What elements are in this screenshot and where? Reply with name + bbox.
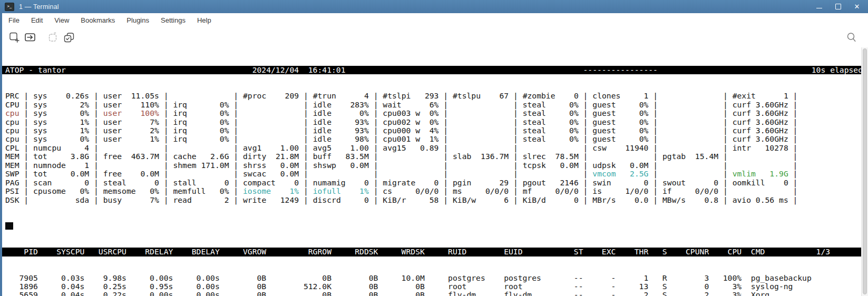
minimize-button[interactable]: [815, 3, 823, 11]
maximize-button[interactable]: [834, 3, 842, 11]
atop-line-cpu-1: CPU | sys 2% | user 110% | irq 0% | | id…: [5, 101, 861, 109]
split-view-button[interactable]: [22, 29, 38, 45]
atop-line-swp-9: SWP | tot 0.0M | free 0.0M | | swcac 0.0…: [5, 170, 861, 178]
process-table-header: PID SYSCPU USRCPU RDELAY BDELAY VGROW RG…: [2, 248, 861, 256]
process-row-pid-5659: 5659 0.04s 0.22s 0.00s 0.00s 0B 0B 0B 0B…: [5, 291, 861, 296]
maximize-icon: [835, 4, 841, 9]
window-buttons: ✕: [815, 0, 861, 13]
atop-line-psi-11: PSI | cpusome 0% | memsome 0% | memfull …: [5, 187, 861, 195]
new-tab-icon: [8, 31, 21, 44]
terminal-screen[interactable]: ATOP - tantor 2024/12/04 16:41:01 ------…: [2, 47, 861, 296]
close-icon: ✕: [854, 3, 860, 10]
window-title: 1 — Terminal: [19, 3, 59, 11]
atop-line-cpu-5: cpu | sys 0% | user 1% | irq 0% | | idle…: [5, 135, 861, 143]
duplicate-tab-button[interactable]: [61, 29, 77, 45]
close-button[interactable]: ✕: [853, 3, 861, 11]
menu-item-edit[interactable]: Edit: [25, 14, 48, 26]
cursor-line: [5, 222, 861, 230]
search-button[interactable]: [844, 29, 860, 45]
toolbar: [2, 27, 868, 47]
atop-line-dsk-12: DSK | sda | busy 7% | read 2 | write 124…: [5, 196, 861, 204]
split-view-icon: [24, 31, 36, 44]
menu-item-help[interactable]: Help: [191, 14, 217, 26]
scrollbar-thumb[interactable]: [863, 48, 867, 294]
atop-line-cpu-2: cpu | sys 0% | user 100% | irq 0% | | id…: [5, 109, 861, 117]
menubar: FileEditViewBookmarksPluginsSettingsHelp: [2, 13, 868, 27]
search-icon: [845, 31, 858, 44]
detach-tab-icon: [47, 31, 60, 44]
process-row-pid-7905: 7905 0.03s 9.98s 0.00s 0.00s 0B 0B 0B 10…: [5, 274, 861, 282]
scrollbar[interactable]: [861, 47, 868, 296]
duplicate-tab-icon: [63, 31, 75, 44]
atop-header-line: ATOP - tantor 2024/12/04 16:41:01 ------…: [2, 66, 861, 74]
process-table-rows: 7905 0.03s 9.98s 0.00s 0.00s 0B 0B 0B 10…: [5, 274, 861, 296]
atop-line-cpl-6: CPL | numcpu 4 | | | avg1 1.00 | avg5 1.…: [5, 144, 861, 152]
titlebar[interactable]: >_ 1 — Terminal ✕: [0, 0, 868, 13]
menu-item-bookmarks[interactable]: Bookmarks: [75, 14, 121, 26]
menu-item-view[interactable]: View: [48, 14, 75, 26]
atop-line-cpu-4: cpu | sys 1% | user 2% | irq 0% | | idle…: [5, 126, 861, 135]
menu-item-settings[interactable]: Settings: [155, 14, 191, 26]
atop-line-prc-0: PRC | sys 0.26s | user 11.05s | | #proc …: [5, 92, 861, 100]
new-tab-button[interactable]: [6, 29, 22, 45]
terminal-app-icon: >_: [5, 3, 14, 11]
atop-line-cpu-3: cpu | sys 1% | user 7% | irq 0% | | idle…: [5, 118, 861, 126]
minimize-icon: [816, 8, 822, 8]
atop-line-mem-7: MEM | tot 3.8G | free 463.7M | cache 2.6…: [5, 152, 861, 161]
process-row-pid-1896: 1896 0.04s 0.25s 0.95s 0.00s 0B 512.0K 0…: [5, 282, 861, 291]
atop-system-lines: PRC | sys 0.26s | user 11.05s | | #proc …: [5, 92, 861, 204]
menu-item-file[interactable]: File: [3, 14, 25, 26]
detach-tab-button[interactable]: [45, 29, 61, 45]
atop-line-mem-8: MEM | numnode 1 | | shmem 171.0M | shrss…: [5, 161, 861, 170]
atop-line-pag-10: PAG | scan 0 | steal 0 | stall 0 | compa…: [5, 179, 861, 187]
terminal-cursor: [5, 222, 13, 230]
menu-item-plugins[interactable]: Plugins: [121, 14, 155, 26]
